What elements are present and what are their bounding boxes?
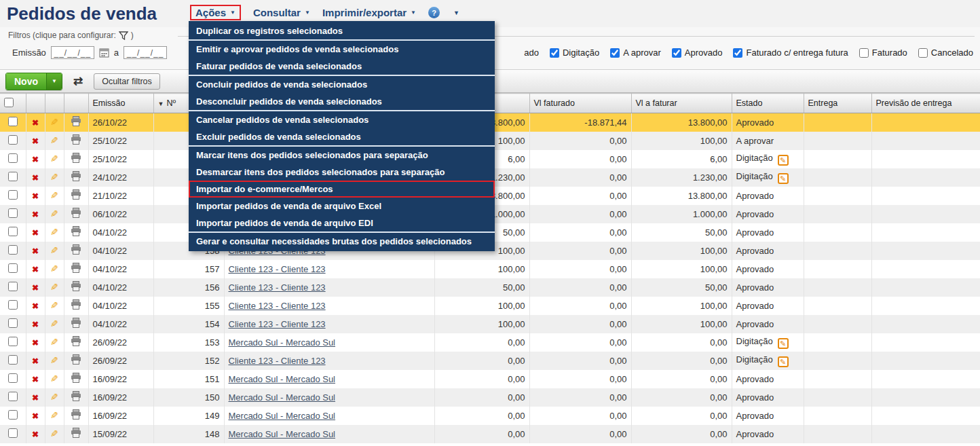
edit-pencil-icon[interactable]: ✎ xyxy=(50,208,58,219)
edit-pencil-icon[interactable]: ✎ xyxy=(50,117,58,128)
estado-edit-note-icon[interactable]: ✎ xyxy=(778,155,789,166)
row-select-checkbox[interactable] xyxy=(8,172,18,181)
row-select-checkbox[interactable] xyxy=(8,227,18,236)
actions-menu-item[interactable]: Importar do e-commerce/Mercos xyxy=(189,181,495,198)
delete-icon[interactable]: ✖ xyxy=(32,283,39,293)
printer-icon[interactable] xyxy=(71,409,81,420)
row-select-checkbox[interactable] xyxy=(8,355,18,365)
novo-dropdown-arrow-icon[interactable]: ▼ xyxy=(46,73,62,90)
delete-icon[interactable]: ✖ xyxy=(32,155,39,164)
emissao-to-input[interactable] xyxy=(124,46,167,59)
status-filter-option[interactable]: Aprovado xyxy=(672,48,723,58)
edit-pencil-icon[interactable]: ✎ xyxy=(50,428,58,439)
delete-icon[interactable]: ✖ xyxy=(32,320,39,329)
edit-pencil-icon[interactable]: ✎ xyxy=(50,263,58,274)
printer-icon[interactable] xyxy=(71,263,81,273)
row-select-checkbox[interactable] xyxy=(8,135,18,145)
cliente-link[interactable]: Cliente 123 - Cliente 123 xyxy=(229,301,326,311)
delete-icon[interactable]: ✖ xyxy=(32,301,39,311)
funnel-icon[interactable] xyxy=(119,31,128,40)
estado-edit-note-icon[interactable]: ✎ xyxy=(778,356,789,367)
printer-icon[interactable] xyxy=(71,171,81,181)
printer-icon[interactable] xyxy=(71,373,81,383)
cliente-link[interactable]: Cliente 123 - Cliente 123 xyxy=(229,282,326,293)
cliente-link[interactable]: Mercado Sul - Mercado Sul xyxy=(229,374,336,384)
calendar-icon[interactable] xyxy=(99,48,109,58)
delete-icon[interactable]: ✖ xyxy=(32,375,39,384)
more-menu-arrow-icon[interactable]: ▼ xyxy=(453,10,459,16)
col-estado[interactable]: Estado xyxy=(732,94,804,113)
delete-icon[interactable]: ✖ xyxy=(32,411,39,421)
cliente-link[interactable]: Mercado Sul - Mercado Sul xyxy=(229,429,336,439)
actions-menu-item[interactable]: Desconcluir pedidos de venda selecionado… xyxy=(189,93,495,110)
actions-menu-item[interactable]: Concluir pedidos de venda selecionados xyxy=(189,75,495,93)
actions-menu-item[interactable]: Gerar e consultar necessidades brutas do… xyxy=(189,231,495,250)
status-filter-checkbox[interactable] xyxy=(733,48,742,58)
printer-icon[interactable] xyxy=(71,134,81,145)
actions-menu-item[interactable]: Importar pedidos de venda de arquivo EDI xyxy=(189,215,495,231)
emissao-from-input[interactable] xyxy=(51,46,94,59)
delete-icon[interactable]: ✖ xyxy=(32,356,39,366)
refresh-icon[interactable]: ⇄ xyxy=(73,74,83,88)
status-filter-checkbox[interactable] xyxy=(859,48,869,58)
actions-menu-item[interactable]: Importar pedidos de venda de arquivo Exc… xyxy=(189,198,495,215)
delete-icon[interactable]: ✖ xyxy=(32,265,39,274)
printer-icon[interactable] xyxy=(71,116,81,126)
col-vl-a-faturar[interactable]: Vl a faturar xyxy=(631,94,732,113)
col-emissao[interactable]: Emissão xyxy=(88,94,153,113)
row-select-checkbox[interactable] xyxy=(8,410,18,420)
col-entrega[interactable]: Entrega xyxy=(804,94,871,113)
delete-icon[interactable]: ✖ xyxy=(32,191,39,201)
select-all-checkbox[interactable] xyxy=(4,98,14,107)
menu-acoes[interactable]: Ações ▼ xyxy=(190,5,241,20)
status-filter-checkbox[interactable] xyxy=(672,48,681,58)
actions-menu-item[interactable]: Excluir pedidos de venda selecionados xyxy=(189,128,495,145)
novo-button[interactable]: Novo ▼ xyxy=(5,73,62,90)
help-icon[interactable]: ? xyxy=(428,7,440,18)
edit-pencil-icon[interactable]: ✎ xyxy=(50,318,58,329)
estado-edit-note-icon[interactable]: ✎ xyxy=(778,173,789,184)
delete-icon[interactable]: ✖ xyxy=(32,136,39,146)
edit-pencil-icon[interactable]: ✎ xyxy=(50,153,58,164)
cliente-link[interactable]: Cliente 123 - Cliente 123 xyxy=(229,319,326,329)
cliente-link[interactable]: Mercado Sul - Mercado Sul xyxy=(229,411,336,421)
row-select-checkbox[interactable] xyxy=(8,392,18,401)
edit-pencil-icon[interactable]: ✎ xyxy=(50,135,58,146)
printer-icon[interactable] xyxy=(71,226,81,236)
delete-icon[interactable]: ✖ xyxy=(32,228,39,238)
status-filter-option[interactable]: Faturado c/ entrega futura xyxy=(733,48,848,58)
cliente-link[interactable]: Cliente 123 - Cliente 123 xyxy=(229,264,326,274)
cliente-link[interactable]: Mercado Sul - Mercado Sul xyxy=(229,337,336,348)
row-select-checkbox[interactable] xyxy=(8,190,18,200)
actions-menu-item[interactable]: Desmarcar itens dos pedidos selecionados… xyxy=(189,164,495,181)
status-filter-checkbox[interactable] xyxy=(550,48,559,58)
edit-pencil-icon[interactable]: ✎ xyxy=(50,227,58,238)
delete-icon[interactable]: ✖ xyxy=(32,430,39,439)
delete-icon[interactable]: ✖ xyxy=(32,246,39,256)
status-filter-option[interactable]: A aprovar xyxy=(610,48,661,58)
ocultar-filtros-button[interactable]: Ocultar filtros xyxy=(94,73,160,90)
edit-pencil-icon[interactable]: ✎ xyxy=(50,337,58,348)
actions-menu-item[interactable]: Marcar itens dos pedidos selecionados pa… xyxy=(189,145,495,164)
status-filter-checkbox[interactable] xyxy=(610,48,620,58)
delete-icon[interactable]: ✖ xyxy=(32,210,39,219)
col-previsao-entrega[interactable]: Previsão de entrega xyxy=(871,94,980,113)
cliente-link[interactable]: Mercado Sul - Mercado Sul xyxy=(229,392,336,403)
status-filter-option[interactable]: Digitação xyxy=(550,48,599,58)
row-select-checkbox[interactable] xyxy=(8,263,18,273)
estado-edit-note-icon[interactable]: ✎ xyxy=(778,338,789,349)
status-filter-checkbox[interactable] xyxy=(918,48,928,58)
menu-consultar[interactable]: Consultar ▼ xyxy=(253,5,310,20)
printer-icon[interactable] xyxy=(71,336,81,346)
menu-imprimir-exportar[interactable]: Imprimir/exportar ▼ xyxy=(322,5,416,20)
row-select-checkbox[interactable] xyxy=(8,208,18,218)
actions-menu-item[interactable]: Cancelar pedidos de venda selecionados xyxy=(189,110,495,128)
edit-pencil-icon[interactable]: ✎ xyxy=(50,410,58,421)
status-filter-option[interactable]: Cancelado xyxy=(918,48,973,58)
edit-pencil-icon[interactable]: ✎ xyxy=(50,172,58,183)
row-select-checkbox[interactable] xyxy=(8,153,18,163)
printer-icon[interactable] xyxy=(71,189,81,200)
edit-pencil-icon[interactable]: ✎ xyxy=(50,190,58,201)
printer-icon[interactable] xyxy=(71,354,81,365)
edit-pencil-icon[interactable]: ✎ xyxy=(50,355,58,366)
